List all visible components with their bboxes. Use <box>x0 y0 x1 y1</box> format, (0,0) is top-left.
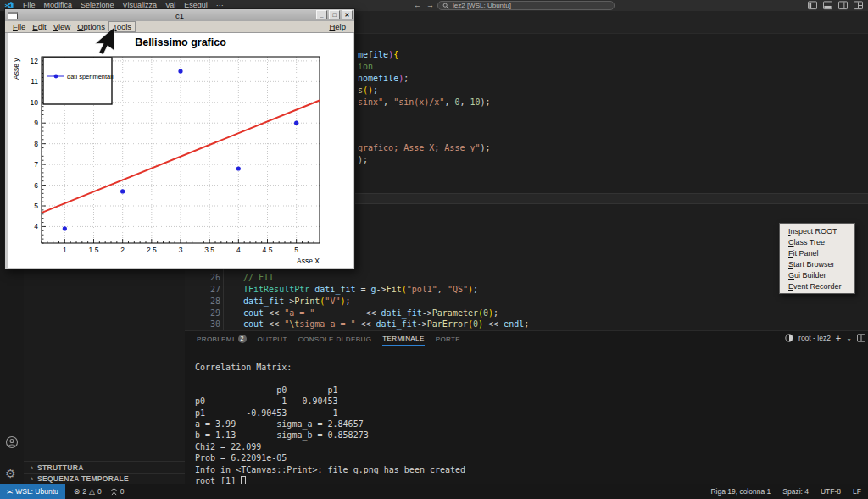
remote-icon: >< <box>7 489 12 495</box>
svg-text:3.5: 3.5 <box>204 246 214 254</box>
line-number: 26 <box>202 273 220 282</box>
code-line: dati_fit->Print("V"); <box>243 297 350 306</box>
line-number: 27 <box>202 285 220 294</box>
menu-item-inspect-root[interactable]: Inspect ROOT <box>780 225 854 236</box>
layout-controls <box>808 1 863 10</box>
root-menu-file[interactable]: File <box>9 22 29 31</box>
forward-arrow-icon[interactable]: → <box>426 0 434 11</box>
menu-item-class-tree[interactable]: Class Tree <box>780 236 854 247</box>
line-col-indicator[interactable]: Riga 19, colonna 1 <box>710 487 771 496</box>
root-menu-tools[interactable]: Tools <box>108 21 136 32</box>
customize-layout-icon[interactable] <box>854 1 863 10</box>
svg-text:9: 9 <box>34 119 38 127</box>
code-fragment: ion <box>358 62 373 71</box>
terminal-line: p0 p1 <box>195 385 465 396</box>
legend-box <box>43 58 112 104</box>
root-window-menubar: File Edit View Options Tools Help <box>5 21 354 33</box>
root-menu-edit[interactable]: Edit <box>29 22 49 31</box>
encoding-indicator[interactable]: UTF-8 <box>821 487 841 496</box>
new-terminal-icon[interactable]: + <box>836 334 841 342</box>
toggle-sidebar-icon[interactable] <box>808 1 817 10</box>
terminal-line <box>195 373 465 384</box>
svg-text:7: 7 <box>34 160 38 169</box>
terminal-line: p0 1 -0.90453 <box>195 396 465 407</box>
close-button[interactable]: ✕ <box>342 10 353 19</box>
problems-status[interactable]: ⊗ 2 △ 0 <box>74 487 102 496</box>
code-line: // FIT <box>243 273 274 282</box>
root-menu-help[interactable]: Help <box>326 22 349 31</box>
terminal-line: Correlation Matrix: <box>195 362 465 373</box>
menu-item-start-browser[interactable]: Start Browser <box>780 258 854 269</box>
svg-text:10: 10 <box>31 98 39 107</box>
sidebar-section-struttura[interactable]: › STRUTTURA <box>24 461 185 473</box>
tab-porte[interactable]: PORTE <box>436 335 460 346</box>
code-line: cout << "\tsigma a = " << dati_fit->ParE… <box>243 319 529 329</box>
line-number: 29 <box>202 308 220 318</box>
menu-item-gui-builder[interactable]: Gui Builder <box>780 269 854 280</box>
terminal-instance-name[interactable]: root - lez2 <box>798 334 831 342</box>
indentation-indicator[interactable]: Spazi: 4 <box>782 487 809 496</box>
terminal-line: b = 1.13 sigma_b = 0.858273 <box>195 430 465 441</box>
data-point <box>294 121 298 125</box>
minimize-button[interactable]: _ <box>316 10 327 19</box>
problems-badge: 2 <box>238 335 247 343</box>
command-center-search[interactable]: lez2 [WSL: Ubuntu] <box>437 1 615 10</box>
data-point <box>236 166 241 170</box>
sidebar-section-sequenza-temporale[interactable]: › SEQUENZA TEMPORALE <box>24 473 185 484</box>
code-fragment: mefile){ <box>358 50 398 59</box>
tab-output[interactable]: OUTPUT <box>258 335 287 346</box>
remote-indicator[interactable]: >< WSL: Ubuntu <box>0 484 65 499</box>
root-window-titlebar[interactable]: c1 _ □ ✕ <box>5 9 354 21</box>
legend-label: dati sperimentali <box>67 73 114 80</box>
code-fragment: sinx", "sin(x)/x", 0, 10); <box>358 97 491 107</box>
svg-text:5: 5 <box>294 246 298 254</box>
remote-label: WSL: Ubuntu <box>15 487 58 496</box>
root-menu-view[interactable]: View <box>50 22 74 31</box>
terminal-output[interactable]: Correlation Matrix: p0 p1p0 1 -0.90453p1… <box>195 362 465 486</box>
toggle-panel-icon[interactable] <box>823 1 832 10</box>
back-arrow-icon[interactable]: ← <box>414 0 421 11</box>
terminal-line: Chi2 = 22.099 <box>195 441 465 452</box>
bottom-panel: PROBLEMI2 OUTPUT CONSOLE DI DEBUG TERMIN… <box>185 330 868 484</box>
root-menu-options[interactable]: Options <box>74 22 108 31</box>
y-axis-label: Asse y <box>12 58 20 80</box>
chart-title: Bellissimo grafico <box>135 36 226 48</box>
terminal-line: p1 -0.90453 1 <box>195 408 465 419</box>
root-canvas[interactable]: 11.522.533.544.55456789101112dati sperim… <box>8 33 353 268</box>
terminal-line: a = 3.99 sigma_a = 2.84657 <box>195 419 465 430</box>
code-line: cout << "a = " << dati_fit->Parameter(0)… <box>243 308 498 318</box>
svg-text:4: 4 <box>34 222 38 230</box>
code-line: TFitResultPtr dati_fit = g->Fit("pol1", … <box>243 285 478 294</box>
section-label: STRUTTURA <box>37 463 84 472</box>
search-label: lez2 [WSL: Ubuntu] <box>453 2 511 9</box>
panel-tabs: PROBLEMI2 OUTPUT CONSOLE DI DEBUG TERMIN… <box>185 331 868 346</box>
legend-marker <box>54 75 58 79</box>
section-label: SEQUENZA TEMPORALE <box>37 474 129 483</box>
maximize-button[interactable]: □ <box>329 10 340 19</box>
menu-item-fit-panel[interactable]: Fit Panel <box>780 247 854 258</box>
svg-text:2: 2 <box>120 246 125 254</box>
terminal-line: Prob = 6.22091e-05 <box>195 452 465 463</box>
terminal-dropdown-icon[interactable]: ⌄ <box>846 335 852 342</box>
tab-problemi[interactable]: PROBLEMI2 <box>197 335 247 346</box>
tab-terminale[interactable]: TERMINALE <box>382 335 424 346</box>
indent-guide <box>223 269 224 330</box>
svg-text:8: 8 <box>34 140 38 148</box>
error-icon: ⊗ <box>74 487 81 496</box>
ports-status[interactable]: 0 <box>110 487 125 496</box>
x-axis-label: Asse X <box>297 257 320 265</box>
chevron-right-icon: › <box>31 474 33 483</box>
account-icon[interactable] <box>5 435 19 452</box>
root-canvas-window[interactable]: c1 _ □ ✕ File Edit View Options Tools He… <box>4 8 355 269</box>
tab-console-debug[interactable]: CONSOLE DI DEBUG <box>298 335 371 346</box>
search-icon <box>442 3 449 9</box>
settings-gear-icon[interactable]: ⚙ <box>5 467 16 480</box>
eol-indicator[interactable]: LF <box>853 487 861 496</box>
toggle-secondary-sidebar-icon[interactable] <box>838 1 848 10</box>
data-point <box>120 189 125 193</box>
line-number: 28 <box>202 297 220 306</box>
menu-item-event-recorder[interactable]: Event Recorder <box>780 280 854 291</box>
split-terminal-icon[interactable] <box>857 334 865 342</box>
code-fragment: grafico; Asse X; Asse y"); <box>358 143 491 152</box>
svg-text:6: 6 <box>34 181 38 190</box>
